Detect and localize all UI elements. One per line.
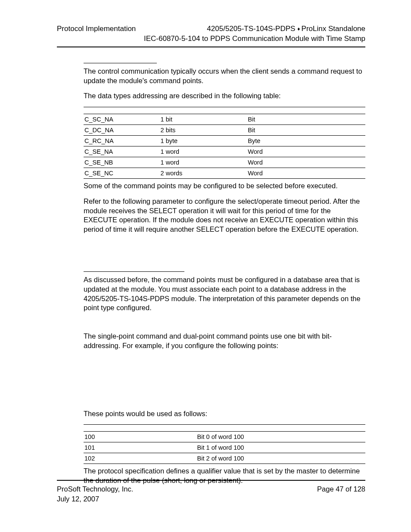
cell-desc: Bit 0 of word 100 [196, 432, 365, 442]
page-header: Protocol Implementation 4205/5205-TS-104… [57, 24, 365, 47]
cell-unit: Bit [247, 114, 365, 125]
header-brand: ProLinx Standalone [302, 25, 365, 33]
header-right: 4205/5205-TS-104S-PDPS ♦ ProLinx Standal… [207, 24, 365, 34]
section-rule [84, 63, 157, 63]
cell-type: C_SE_NB [84, 157, 160, 168]
cell-size: 1 byte [160, 136, 247, 146]
paragraph: Some of the command points may be config… [84, 181, 365, 191]
table-row: C_SE_NC 2 words Word [84, 168, 365, 179]
footer-company: ProSoft Technology, Inc. [57, 484, 133, 494]
cell-unit: Bit [247, 125, 365, 136]
cell-desc: Bit 2 of word 100 [196, 453, 365, 464]
diamond-icon: ♦ [297, 26, 301, 32]
header-left: Protocol Implementation [57, 24, 136, 34]
points-table: 100 Bit 0 of word 100 101 Bit 1 of word … [84, 424, 365, 464]
page-footer: ProSoft Technology, Inc. July 12, 2007 P… [57, 480, 365, 504]
paragraph: As discussed before, the command points … [84, 275, 365, 313]
footer-date: July 12, 2007 [57, 494, 133, 504]
table-row: C_SC_NA 1 bit Bit [84, 114, 365, 125]
cell-unit: Word [247, 168, 365, 179]
paragraph: The data types addressing are described … [84, 91, 365, 101]
table-row: C_SE_NA 1 word Word [84, 146, 365, 157]
cell-size: 1 word [160, 146, 247, 157]
header-subtitle: IEC-60870-5-104 to PDPS Communication Mo… [144, 34, 365, 44]
header-product: 4205/5205-TS-104S-PDPS [207, 25, 295, 33]
cell-desc: Bit 1 of word 100 [196, 442, 365, 453]
cell-unit: Byte [247, 136, 365, 146]
paragraph: These points would be used as follows: [84, 409, 365, 419]
paragraph: The control communication typically occu… [84, 67, 365, 86]
cell-size: 1 bit [160, 114, 247, 125]
cell-type: C_RC_NA [84, 136, 160, 146]
table-row: C_RC_NA 1 byte Byte [84, 136, 365, 146]
cell-size: 2 words [160, 168, 247, 179]
footer-left: ProSoft Technology, Inc. July 12, 2007 [57, 484, 133, 504]
cell-unit: Word [247, 146, 365, 157]
cell-unit: Word [247, 157, 365, 168]
data-types-table: C_SC_NA 1 bit Bit C_DC_NA 2 bits Bit C_R… [84, 107, 365, 179]
table-row: 101 Bit 1 of word 100 [84, 442, 365, 453]
table-row: C_SE_NB 1 word Word [84, 157, 365, 168]
table-row: C_DC_NA 2 bits Bit [84, 125, 365, 136]
table-row: 100 Bit 0 of word 100 [84, 432, 365, 442]
cell-point: 101 [84, 442, 196, 453]
table-row: 102 Bit 2 of word 100 [84, 453, 365, 464]
cell-type: C_SC_NA [84, 114, 160, 125]
cell-type: C_SE_NA [84, 146, 160, 157]
footer-page-number: Page 47 of 128 [317, 484, 365, 504]
cell-size: 1 word [160, 157, 247, 168]
section-rule [84, 271, 184, 272]
paragraph: Refer to the following parameter to conf… [84, 197, 365, 234]
cell-point: 100 [84, 432, 196, 442]
cell-type: C_SE_NC [84, 168, 160, 179]
cell-point: 102 [84, 453, 196, 464]
cell-size: 2 bits [160, 125, 247, 136]
cell-type: C_DC_NA [84, 125, 160, 136]
paragraph: The single-point command and dual-point … [84, 332, 365, 351]
